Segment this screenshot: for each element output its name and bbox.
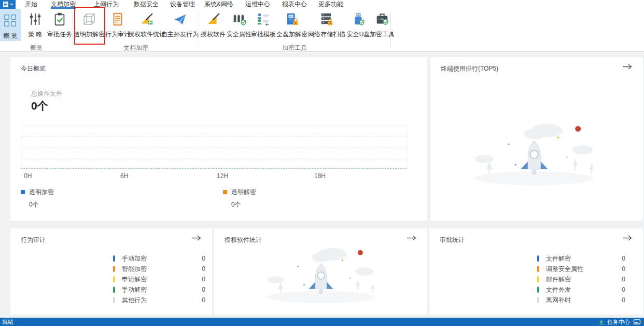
open-detail-arrow-icon[interactable] bbox=[622, 235, 633, 241]
ribbon-group-divider bbox=[199, 12, 199, 48]
ribbon-item-approval-templates[interactable]: 审批模板 bbox=[250, 10, 277, 39]
ribbon-item-self-outgoing-behavior[interactable]: 自主外发行为 bbox=[160, 10, 200, 39]
ribbon-item-secure-usb[interactable]: 安全U盘 bbox=[345, 10, 372, 39]
paper-plane-icon bbox=[160, 10, 200, 29]
card-title: 今日概览 bbox=[21, 64, 46, 73]
empty-state-rocket-illustration bbox=[461, 112, 609, 197]
metric-value: 0个 bbox=[31, 99, 48, 113]
legend-marker bbox=[21, 190, 25, 194]
server-lock-icon bbox=[307, 10, 346, 29]
card-title: 行为审计 bbox=[21, 236, 46, 244]
tab-ops-center[interactable]: 运维中心 bbox=[245, 0, 270, 9]
usb-shield-icon bbox=[345, 10, 372, 29]
x-tick: 18H bbox=[314, 172, 326, 180]
ribbon-item-encryption-tools[interactable]: 加密工具 bbox=[369, 10, 396, 39]
tab-more-functions[interactable]: 更多功能 bbox=[318, 0, 343, 9]
legend-marker bbox=[223, 190, 227, 194]
tab-data-security[interactable]: 数据安全 bbox=[134, 0, 159, 9]
fence-shield-icon bbox=[226, 10, 253, 29]
approval-legend-list: 文件解密0 调整安全属性0 邮件解密0 文件外发0 离网补时0 bbox=[537, 253, 625, 305]
legend-marker bbox=[113, 276, 115, 282]
legend-row: 智能加密0 bbox=[113, 264, 205, 274]
ribbon-group-document-encryption: 文档加密 bbox=[123, 44, 148, 52]
tab-system-network[interactable]: 系统&网络 bbox=[204, 0, 233, 9]
open-detail-arrow-icon[interactable] bbox=[191, 235, 202, 241]
legend-row: 手动解密0 bbox=[113, 284, 205, 295]
today-area-chart bbox=[21, 125, 407, 169]
sliders-icon bbox=[25, 10, 46, 29]
ribbon-item-full-disk-encryption[interactable]: SSD 全盘加解密 bbox=[275, 10, 309, 39]
tab-device-management[interactable]: 设备管理 bbox=[170, 0, 195, 9]
legend-marker bbox=[537, 266, 539, 272]
legend-row: 邮件解密0 bbox=[537, 274, 625, 284]
behavior-legend-list: 手动加密0 智能加密0 申请解密0 手动解密0 其他行为0 bbox=[113, 253, 205, 305]
monitor-icon[interactable] bbox=[633, 319, 641, 325]
status-ready-text: 就绪 bbox=[2, 318, 13, 326]
legend-marker bbox=[113, 266, 115, 272]
card-title: 审批统计 bbox=[440, 236, 465, 244]
ribbon-group-encryption-tools: 加密工具 bbox=[282, 44, 307, 52]
task-center-button[interactable]: 任务中心 bbox=[598, 318, 641, 326]
legend-row: 离网补时0 bbox=[537, 295, 625, 305]
legend-row: 其他行为0 bbox=[113, 295, 205, 305]
card-title: 终端使用排行(TOP5) bbox=[441, 64, 498, 73]
x-tick: 6H bbox=[120, 172, 128, 180]
ribbon-group-overview: 概览 bbox=[30, 44, 43, 52]
ribbon-item-overview[interactable]: 概 览 bbox=[0, 9, 21, 41]
card-today-overview: 今日概览 总操作文件 0个 0H 6H 12H 18H 透明加密 0个 透明解密… bbox=[10, 57, 427, 221]
legend-marker bbox=[113, 287, 115, 293]
card-software-stats: 授权软件统计 bbox=[214, 228, 427, 315]
open-detail-arrow-icon[interactable] bbox=[407, 235, 417, 241]
app-menu-icon bbox=[0, 0, 16, 9]
tab-document-encryption[interactable]: 文档加密 bbox=[51, 0, 76, 9]
svg-text:SSD: SSD bbox=[289, 15, 293, 18]
dashboard-area: 今日概览 总操作文件 0个 0H 6H 12H 18H 透明加密 0个 透明解密… bbox=[0, 52, 644, 318]
legend-item-transparent-encrypt: 透明加密 0个 bbox=[21, 188, 54, 209]
open-detail-arrow-icon[interactable] bbox=[622, 63, 633, 70]
tab-internet-behavior[interactable]: 上网行为 bbox=[94, 0, 119, 9]
set-square-pencil-icon bbox=[200, 10, 227, 29]
legend-item-transparent-decrypt: 透明解密 0个 bbox=[223, 188, 256, 209]
ribbon-item-transparent-encryption[interactable]: 透明加解密 bbox=[73, 10, 106, 39]
ribbon-item-authorized-software[interactable]: 授权软件 bbox=[200, 10, 227, 39]
tab-report-center[interactable]: 报表中心 bbox=[282, 0, 307, 9]
ribbon-item-approval-tasks[interactable]: 审批任务 bbox=[46, 10, 73, 39]
legend-row: 文件解密0 bbox=[537, 253, 625, 264]
legend-value: 0个 bbox=[231, 200, 256, 209]
x-tick: 0H bbox=[24, 172, 32, 180]
legend-marker bbox=[113, 297, 115, 303]
tab-start[interactable]: 开始 bbox=[25, 0, 37, 9]
toolbox-shield-icon bbox=[369, 10, 396, 29]
legend-row: 调整安全属性0 bbox=[537, 264, 625, 274]
legend-marker bbox=[537, 276, 539, 282]
x-tick: 12H bbox=[217, 172, 228, 180]
legend-value: 0个 bbox=[29, 200, 54, 209]
legend-row: 文件外发0 bbox=[537, 284, 625, 295]
ribbon-toolbar: 概 览 策 略 审批任务 bbox=[0, 9, 644, 52]
card-behavior-audit: 行为审计 手动加密0 智能加密0 申请解密0 手动解密0 其他行为0 bbox=[10, 228, 212, 315]
ribbon-item-network-storage-scan[interactable]: 网络存储扫描 bbox=[307, 10, 346, 39]
ssd-lock-icon: SSD bbox=[275, 10, 309, 29]
status-bar: 就绪 任务中心 bbox=[0, 318, 644, 326]
legend-marker bbox=[537, 255, 539, 262]
card-approval-stats: 审批统计 文件解密0 调整安全属性0 邮件解密0 文件外发0 离网补时0 bbox=[429, 228, 643, 315]
legend-marker bbox=[537, 287, 539, 293]
task-center-label: 任务中心 bbox=[607, 318, 630, 326]
card-terminal-ranking: 终端使用排行(TOP5) bbox=[430, 57, 643, 221]
app-window: 开始 文档加密 上网行为 数据安全 设备管理 系统&网络 运维中心 报表中心 更… bbox=[0, 0, 644, 326]
ribbon-item-policy[interactable]: 策 略 bbox=[25, 10, 46, 39]
approval-template-icon bbox=[250, 10, 277, 29]
ribbon-item-label: 概 览 bbox=[0, 32, 21, 40]
cube-icon bbox=[73, 10, 106, 29]
app-menu-button[interactable] bbox=[0, 0, 16, 9]
ribbon-item-security-attributes[interactable]: 安全属性 bbox=[226, 10, 253, 39]
legend-marker bbox=[113, 255, 115, 262]
download-arrow-icon bbox=[598, 319, 604, 325]
legend-row: 申请解密0 bbox=[113, 274, 205, 284]
metric-label: 总操作文件 bbox=[31, 89, 62, 98]
grid-icon bbox=[0, 11, 21, 30]
clipboard-check-icon bbox=[46, 10, 73, 29]
empty-state-rocket-illustration bbox=[255, 240, 389, 311]
legend-marker bbox=[537, 297, 539, 303]
ribbon-group-divider bbox=[390, 12, 391, 48]
